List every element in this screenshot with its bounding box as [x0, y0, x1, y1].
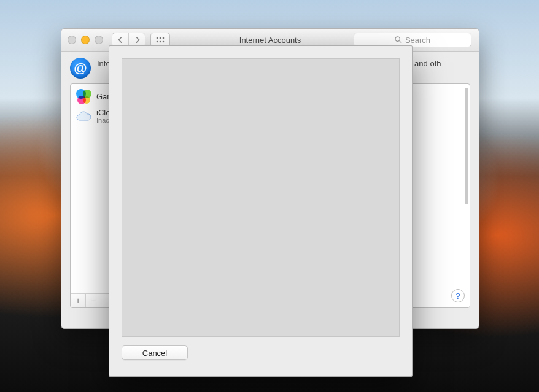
internet-accounts-icon: @	[70, 58, 91, 79]
gamecenter-icon	[76, 88, 91, 104]
add-account-button[interactable]: +	[71, 294, 86, 307]
zoom-window-button[interactable]	[95, 36, 103, 44]
remove-account-button[interactable]: −	[86, 294, 101, 307]
search-icon	[395, 36, 402, 44]
help-button[interactable]: ?	[451, 289, 465, 302]
svg-point-6	[395, 37, 400, 41]
cancel-button[interactable]: Cancel	[122, 345, 188, 360]
back-button[interactable]	[112, 33, 128, 47]
sheet-footer: Cancel	[122, 345, 400, 360]
close-window-button[interactable]	[68, 36, 76, 44]
search-placeholder: Search	[405, 36, 430, 45]
svg-point-0	[157, 37, 158, 39]
svg-point-3	[157, 41, 158, 43]
chevron-left-icon	[118, 37, 123, 43]
help-icon: ?	[456, 291, 460, 301]
forward-button[interactable]	[128, 33, 145, 47]
modal-sheet: Cancel	[109, 45, 413, 377]
svg-point-1	[160, 37, 161, 39]
grid-icon	[156, 37, 165, 43]
minimize-window-button[interactable]	[81, 36, 90, 44]
sheet-content-area	[122, 58, 400, 337]
svg-point-5	[163, 41, 165, 43]
svg-point-2	[163, 37, 165, 39]
icloud-icon	[76, 108, 91, 124]
svg-point-4	[160, 41, 161, 43]
scrollbar[interactable]	[465, 88, 468, 204]
svg-line-7	[399, 41, 401, 44]
chevron-right-icon	[134, 37, 140, 43]
window-controls	[61, 36, 103, 44]
